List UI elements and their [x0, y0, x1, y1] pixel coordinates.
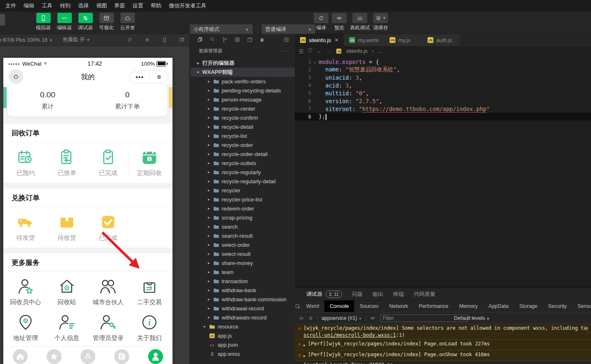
debugger-tab[interactable]: 调试器 2, 11: [306, 291, 342, 298]
log-levels-select[interactable]: Default levels ▼: [454, 315, 489, 321]
home-button[interactable]: [9, 69, 23, 84]
tree-item[interactable]: ▸ recycler-price-list: [190, 195, 295, 204]
js-context-select[interactable]: appservice (#1) ▼: [322, 315, 362, 321]
code-line[interactable]: 6 version: "2.7.5",: [295, 97, 591, 105]
menu-item[interactable]: 帮助: [147, 2, 165, 9]
back-icon[interactable]: ←: [317, 48, 322, 54]
devtools-tab[interactable]: Storage: [514, 300, 543, 312]
console-row[interactable]: ⚠ ▶ [Perf][wjyk_recycle/pages/index/inde…: [295, 340, 591, 350]
extensions-icon[interactable]: [234, 36, 241, 43]
stat-item[interactable]: 0 累计下单: [87, 90, 167, 111]
tab-bar-item[interactable]: 资讯中心: [105, 347, 139, 364]
collapse-sidebar-icon[interactable]: [283, 36, 290, 43]
close-target-icon[interactable]: [156, 73, 163, 80]
carousel-next-card[interactable]: [169, 87, 173, 108]
tree-item[interactable]: ▸ team: [190, 267, 295, 277]
editor-tab[interactable]: my.js: [384, 34, 422, 46]
editor-tab[interactable]: my.wxml: [344, 34, 384, 46]
console-source-link[interactable]: scroll-uni/mescroll-body.wxss:1: [303, 332, 396, 338]
menu-item[interactable]: 转到: [56, 2, 74, 9]
tree-item[interactable]: ▾ WXAPP前端: [190, 68, 295, 77]
menu-item[interactable]: 文件: [2, 2, 20, 9]
menu-item[interactable]: 界面: [111, 2, 129, 9]
grid-item[interactable]: 已完成: [87, 148, 129, 177]
debugger-tab[interactable]: 终端: [393, 291, 404, 298]
tree-item[interactable]: ▸ withdraw-bank-commission: [190, 295, 295, 304]
grid-item[interactable]: 待发货: [5, 213, 46, 242]
tree-item[interactable]: app.js: [190, 331, 295, 340]
mode-button[interactable]: 模拟器: [35, 13, 52, 31]
tree-item[interactable]: ▸ resource: [190, 322, 295, 331]
tree-item[interactable]: ▸ select-order: [190, 240, 295, 249]
code-line[interactable]: 5 multiid: "0",: [295, 89, 591, 97]
tree-item[interactable]: ▸ recycle-list: [190, 131, 295, 140]
tab-bar-item[interactable]: 兑换商城: [37, 347, 71, 364]
devtools-tab[interactable]: Sources: [354, 300, 384, 312]
git-branch-icon[interactable]: [222, 36, 228, 43]
code-line[interactable]: 8};: [295, 113, 591, 121]
close-icon[interactable]: ×: [335, 37, 338, 43]
more-actions-icon[interactable]: ···: [281, 48, 288, 53]
inspect-element-icon[interactable]: [295, 303, 301, 310]
grid-item[interactable]: 个人信息: [46, 313, 87, 342]
devtools-tab[interactable]: Security: [543, 300, 572, 312]
tree-item[interactable]: ▸ recycler: [190, 186, 295, 195]
editor-tab[interactable]: auth.js: [422, 34, 460, 46]
tree-item[interactable]: ▸ recycle-confirm: [190, 113, 295, 122]
grid-item[interactable]: 城市合伙人: [87, 277, 129, 306]
tab-bar-item[interactable]: 我的: [139, 347, 173, 364]
menu-item[interactable]: 工具: [38, 2, 56, 9]
devtools-tab[interactable]: Performance: [414, 300, 454, 312]
tree-item[interactable]: ▸ recycle-center: [190, 104, 295, 113]
outline-icon[interactable]: ☰: [299, 48, 304, 54]
console-row[interactable]: ⚠ ▶ [system] Launch Time: 31977 ms: [295, 361, 591, 364]
devtools-tab[interactable]: Network: [384, 300, 414, 312]
devtools-tab[interactable]: Sensor: [572, 300, 591, 312]
tree-item[interactable]: ▸ recycle-regularly-detail: [190, 177, 295, 186]
device-select[interactable]: e 6/7/8 Plus 100% 16▼: [0, 37, 53, 43]
code-area[interactable]: 1⌄module.exports = {2 name: "智慧废品回收系统",3…: [295, 56, 591, 121]
grid-item[interactable]: 定期回收: [129, 148, 170, 177]
tree-item[interactable]: ▸ scrap-pricing: [190, 213, 295, 222]
grid-item[interactable]: 地址管理: [5, 313, 46, 342]
compile-mode-select[interactable]: 小程序模式▼: [190, 24, 253, 35]
stop-icon[interactable]: [144, 37, 150, 43]
tree-item[interactable]: ▸ recycle-order-detail: [190, 149, 295, 158]
carousel-prev-card[interactable]: [3, 87, 7, 108]
device-frame-icon[interactable]: [161, 37, 168, 43]
console-row[interactable]: ⚠ ▶ [wjyk_recycle/pages/index/index] Som…: [295, 324, 591, 340]
action-button[interactable]: ▼ 真机调试: [350, 13, 370, 31]
tree-item[interactable]: ▸ recycle-outlets: [190, 158, 295, 168]
tree-item[interactable]: ▸ person-message: [190, 95, 295, 104]
menu-item[interactable]: 微信开发者工具: [165, 2, 210, 9]
mode-button[interactable]: 编辑器: [56, 13, 73, 31]
tree-item[interactable]: ▸ redeem-order: [190, 204, 295, 213]
tree-item[interactable]: ▸ search: [190, 222, 295, 231]
debugger-tab[interactable]: 问题: [352, 291, 363, 298]
grid-item[interactable]: 已预约: [5, 148, 46, 177]
devtools-tab[interactable]: Console: [324, 300, 354, 312]
expand-arrow-icon[interactable]: ▶: [303, 340, 305, 349]
grid-item[interactable]: 回收员中心: [5, 277, 46, 306]
tree-item[interactable]: ▸ select-result: [190, 249, 295, 258]
code-line[interactable]: 4 acid: 3,: [295, 81, 591, 89]
tree-item[interactable]: ▸ transaction: [190, 277, 295, 286]
menu-item[interactable]: 选择: [74, 2, 92, 9]
clear-console-icon[interactable]: [308, 315, 314, 321]
grid-item[interactable]: 回收站: [46, 277, 87, 306]
expand-arrow-icon[interactable]: ▶: [303, 351, 305, 360]
action-button[interactable]: ▼ 清缓存: [373, 13, 388, 31]
tree-item[interactable]: ▸ share-money: [190, 258, 295, 267]
menu-item[interactable]: 编辑: [20, 2, 38, 9]
console-row[interactable]: ⚠ ▶ [Perf][wjyk_recycle/pages/index/inde…: [295, 350, 591, 361]
tree-item[interactable]: ▸ withdrawals-record: [190, 313, 295, 322]
tree-item[interactable]: app.json: [190, 340, 295, 349]
tree-item[interactable]: ▸ 打开的编辑器: [190, 59, 295, 68]
code-line[interactable]: 7 siteroot: "https://demo.ttbobo.com/app…: [295, 105, 591, 113]
package-icon[interactable]: [246, 36, 253, 43]
multi-window-icon[interactable]: [179, 37, 185, 43]
mode-button[interactable]: 调试器: [77, 13, 94, 31]
tree-item[interactable]: ▸ withdrawal-record: [190, 304, 295, 313]
devtools-tab[interactable]: Wxml: [301, 300, 324, 312]
tab-bar-item[interactable]: 首页: [3, 347, 37, 364]
